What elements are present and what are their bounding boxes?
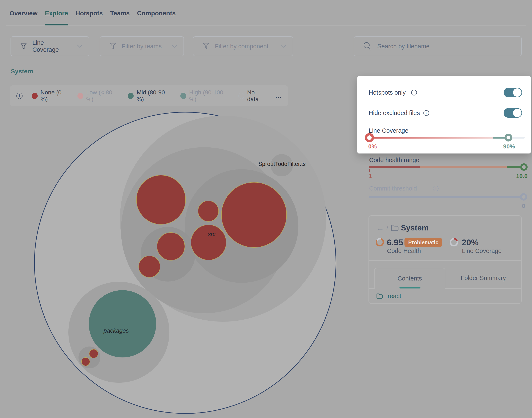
line-coverage-caption: Line Coverage [462,247,502,255]
legend-item-nodata[interactable]: No data [238,89,266,103]
nav-divider [6,25,526,26]
legend-dot-high [180,93,186,99]
filter-by-component-dropdown[interactable]: Filter by component [193,36,293,56]
legend-item-none[interactable]: None (0 %) [32,89,68,103]
funnel-icon [109,43,116,50]
tab-overview-label: Overview [10,10,37,17]
breadcrumb-system[interactable]: System [11,68,33,75]
legend-label: No data [247,89,266,103]
legend-item-mid[interactable]: Mid (80-90 %) [128,89,171,103]
legend-label: Mid (80-90 %) [137,89,171,103]
line-coverage-donut [450,238,458,246]
filter-selected-value: Line Coverage [32,39,72,53]
legend-label: Low (< 80 %) [86,89,119,103]
legend-item-low[interactable]: Low (< 80 %) [77,89,119,103]
commit-threshold-value: 0 [522,203,525,209]
legend-label: High (90-100 %) [189,89,229,103]
slider-min-label: 0% [368,143,377,150]
tab-explore-label: Explore [45,10,68,17]
tab-explore[interactable]: Explore [45,10,68,26]
toggle-knob [513,88,521,97]
legend-item-high[interactable]: High (90-100 %) [180,89,229,103]
folder-row-label: react [388,293,401,300]
bubble-file-red-2[interactable] [198,201,219,222]
hotspots-only-label: Hotspots only [369,89,406,96]
line-coverage-value: 20% [462,238,479,247]
code-health-donut [376,238,384,246]
legend-more-button[interactable]: ... [276,93,282,99]
slider-handle-min[interactable] [365,133,374,142]
bubble-file-red-1[interactable] [136,175,186,225]
legend-dot-low [77,93,83,99]
bubble-folder-packages[interactable] [89,290,156,358]
filters-spotlight-panel: Hotspots only i Hide excluded files i Li… [357,76,531,153]
coverage-legend: i None (0 %) Low (< 80 %) Mid (80-90 %) … [10,85,288,106]
legend-label: None (0 %) [41,89,68,103]
bubble-file-red-6[interactable] [138,256,160,278]
folder-icon [391,225,399,231]
folder-row-react[interactable]: react [369,289,521,303]
chevron-down-icon [281,45,286,48]
app-root: Overview Explore Hotspots Teams Componen… [0,0,532,418]
bubble-file-red-8[interactable] [81,357,90,366]
hide-excluded-label: Hide excluded files [369,110,420,116]
code-health-handle[interactable] [520,163,528,171]
legend-dot-nodata [238,93,244,99]
tab-contents-label: Contents [375,275,445,282]
code-health-min-tick [369,169,370,172]
bubble-label-src: src [208,231,216,238]
top-nav: Overview Explore Hotspots Teams Componen… [10,10,176,26]
filter-placeholder: Filter by teams [122,43,162,50]
commit-threshold-label: Commit threshold [369,185,417,192]
slider-handle-max[interactable] [504,134,512,141]
commit-threshold-info-icon[interactable]: i [433,186,439,191]
bubble-file-red-7[interactable] [89,349,98,358]
commit-threshold-handle[interactable] [520,193,527,201]
search-icon [363,42,371,51]
funnel-icon [20,43,27,50]
tab-teams[interactable]: Teams [110,10,130,26]
filter-placeholder: Filter by component [215,43,268,50]
tab-components-label: Components [137,10,176,17]
toggle-knob [513,109,521,117]
tab-folder-summary[interactable]: Folder Summary [445,268,521,289]
funnel-icon [203,43,209,50]
card-divider [369,260,521,261]
folder-icon [376,293,383,299]
tab-hotspots-label: Hotspots [75,10,103,17]
tab-overview[interactable]: Overview [10,10,37,26]
bubble-label-packages: packages [104,327,129,334]
code-health-max-label: 10.0 [513,173,528,180]
tab-teams-label: Teams [110,10,130,17]
hotspots-only-info-icon[interactable]: i [411,90,417,95]
chevron-down-icon [77,45,83,48]
bubble-label-sprout: SproutTodoFilter.ts [258,161,306,167]
code-health-value: 6.95 [387,238,403,247]
code-health-min-label: 1 [369,173,372,180]
line-coverage-filter-dropdown[interactable]: Line Coverage [11,36,89,56]
folder-detail-card: ← / System 6.95 Problematic Code Health … [368,215,522,304]
hide-excluded-info-icon[interactable]: i [423,110,429,116]
search-box [354,36,522,56]
tab-components[interactable]: Components [137,10,176,26]
hotspots-only-toggle[interactable] [504,88,522,97]
list-scrollbar-gutter [516,289,516,303]
search-input[interactable] [377,43,504,50]
commit-threshold-track[interactable] [369,196,526,198]
hide-excluded-toggle[interactable] [504,108,522,118]
legend-dot-mid [128,93,134,99]
code-health-range-label: Code health range [369,157,419,163]
slider-track-red[interactable] [369,137,493,139]
slider-max-label: 90% [503,143,515,150]
bubble-file-red-5[interactable] [157,232,185,260]
legend-info-icon[interactable]: i [16,93,23,99]
slider-seg-tan[interactable] [420,166,507,168]
filter-by-teams-dropdown[interactable]: Filter by teams [100,36,184,56]
problematic-badge: Problematic [404,238,442,247]
slider-seg-red[interactable] [369,166,420,168]
bubble-folder-tiny[interactable] [78,347,100,368]
tab-hotspots[interactable]: Hotspots [75,10,103,26]
bubble-file-red-3[interactable] [221,182,287,248]
bubble-folder-src[interactable] [191,225,226,260]
tab-contents[interactable]: Contents [374,268,445,289]
